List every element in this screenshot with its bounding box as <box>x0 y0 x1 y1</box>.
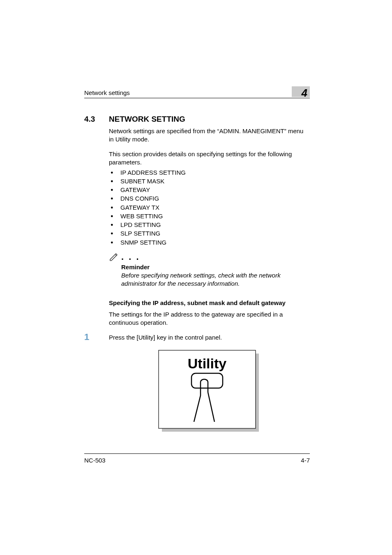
list-item: DNS CONFIG <box>109 194 310 203</box>
list-item: SLP SETTING <box>109 229 310 238</box>
page-footer: NC-503 4-7 <box>84 453 310 465</box>
list-item: SNMP SETTING <box>109 238 310 247</box>
utility-key-diagram: Utility <box>156 348 263 434</box>
intro-paragraph-2: This section provides details on specify… <box>109 150 310 167</box>
note-icon-row: . . . <box>109 251 310 262</box>
list-item: LPD SETTING <box>109 221 310 229</box>
footer-page-number: 4-7 <box>301 456 310 465</box>
intro-paragraph-1: Network settings are specified from the … <box>109 127 310 144</box>
list-item: IP ADDRESS SETTING <box>109 169 310 177</box>
running-title: Network settings <box>84 89 130 97</box>
list-item: GATEWAY <box>109 186 310 194</box>
subsection-heading: Specifying the IP address, subnet mask a… <box>109 299 310 307</box>
section-heading: 4.3 NETWORK SETTING <box>84 114 310 125</box>
section-number: 4.3 <box>84 114 109 125</box>
utility-illustration: Utility <box>109 348 310 434</box>
list-item: SUBNET MASK <box>109 177 310 185</box>
reminder-note: . . . Reminder Before specifying network… <box>109 251 310 288</box>
note-text: Before specifying network settings, chec… <box>121 271 310 288</box>
step-row: 1 Press the [Utility] key in the control… <box>84 333 310 342</box>
note-label: Reminder <box>121 263 310 271</box>
sub-body: The settings for the IP address to the g… <box>109 310 310 327</box>
step-text: Press the [Utility] key in the control p… <box>109 333 310 342</box>
chapter-number: 4 <box>302 88 310 98</box>
running-header: Network settings 4 <box>84 86 310 98</box>
document-page: Network settings 4 4.3 NETWORK SETTING N… <box>0 0 392 555</box>
pencil-icon <box>109 252 119 264</box>
note-dots: . . . <box>121 252 140 261</box>
section-title: NETWORK SETTING <box>109 114 185 125</box>
footer-model: NC-503 <box>84 456 106 465</box>
list-item: WEB SETTING <box>109 212 310 220</box>
chapter-number-badge: 4 <box>292 86 310 97</box>
body-block: Network settings are specified from the … <box>109 127 310 247</box>
parameter-list: IP ADDRESS SETTING SUBNET MASK GATEWAY D… <box>109 169 310 247</box>
utility-label-text: Utility <box>187 356 226 371</box>
list-item: GATEWAY TX <box>109 204 310 212</box>
step-number: 1 <box>84 333 109 342</box>
sub-paragraph: The settings for the IP address to the g… <box>109 310 310 327</box>
